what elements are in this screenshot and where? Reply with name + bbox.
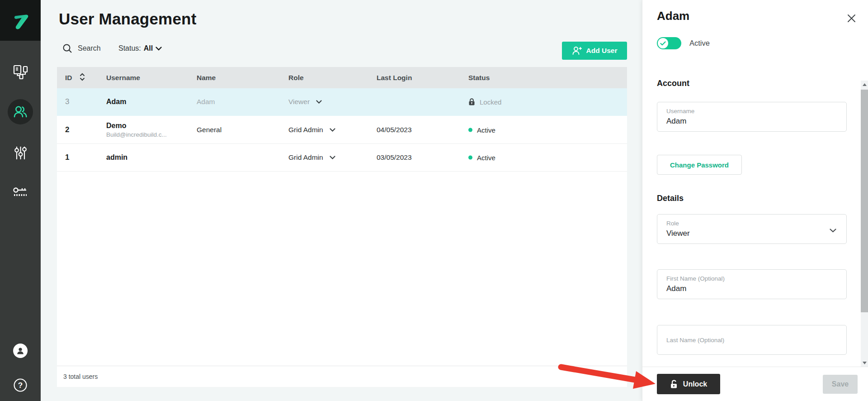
close-panel-button[interactable] (845, 12, 858, 24)
cell-id: 2 (65, 125, 69, 134)
column-header-name: Name (197, 74, 216, 82)
app-window: ? User Management Search Status: All (0, 0, 868, 401)
column-header-last-login: Last Login (377, 74, 412, 82)
scrollbar-down-arrow[interactable] (861, 359, 868, 367)
panel-title: Adam (657, 9, 689, 23)
avatar (13, 344, 28, 358)
user-detail-panel: Adam Active Account Username Adam Change… (642, 0, 868, 401)
add-user-label: Add User (586, 47, 618, 55)
cell-name: Adam (197, 98, 215, 106)
first-name-value: Adam (666, 284, 837, 293)
last-name-placeholder: Last Name (Optional) (666, 337, 724, 344)
chevron-down-icon (316, 100, 322, 104)
cell-status: Locked (468, 98, 501, 106)
user-email-text: Build@incredibuild.c... (106, 131, 167, 138)
unlock-icon (670, 380, 678, 388)
role-select[interactable]: Grid Admin (288, 153, 335, 162)
cell-last-login: 03/05/2023 (377, 153, 412, 162)
status-label: Active (477, 126, 495, 134)
sidebar-item-settings[interactable] (0, 138, 41, 168)
status-label: Active (477, 154, 495, 162)
active-toggle[interactable] (657, 37, 681, 49)
account-section-heading: Account (657, 79, 689, 88)
table-header-row: ID Username Name Role Last Login Status (57, 67, 627, 88)
active-status-dot (468, 128, 472, 132)
sliders-icon (13, 145, 28, 161)
toolbar: Search Status: All Add User (41, 40, 642, 62)
cell-username: Demo Build@incredibuild.c... (106, 122, 167, 138)
close-icon (847, 14, 856, 23)
search-placeholder: Search (78, 44, 101, 53)
sidebar-item-users[interactable] (0, 97, 41, 127)
sidebar: ? (0, 0, 41, 401)
sidebar-item-agents[interactable] (0, 57, 41, 87)
column-header-role: Role (288, 74, 304, 82)
username-field[interactable]: Username Adam (657, 102, 847, 132)
cell-status: Active (468, 154, 495, 162)
devices-icon (12, 64, 28, 80)
svg-text:?: ? (18, 381, 23, 390)
search-input[interactable]: Search (62, 43, 101, 53)
cell-name: General (197, 126, 222, 134)
sort-icon[interactable] (80, 73, 85, 83)
scrollbar-thumb[interactable] (861, 90, 868, 312)
role-field-label: Role (666, 220, 837, 227)
brand-logo[interactable] (0, 0, 41, 41)
panel-scrollbar[interactable] (861, 81, 868, 367)
username-field-value: Adam (666, 117, 837, 126)
search-icon (62, 43, 72, 53)
add-user-button[interactable]: Add User (562, 42, 627, 60)
active-toggle-label: Active (689, 39, 710, 48)
person-icon (16, 346, 25, 355)
active-toggle-row: Active (657, 37, 710, 49)
role-select[interactable]: Viewer (288, 98, 322, 106)
cell-id: 1 (65, 153, 69, 162)
first-name-field[interactable]: First Name (Optional) Adam (657, 269, 847, 299)
role-value: Viewer (288, 98, 310, 106)
scrollbar-up-arrow[interactable] (861, 81, 868, 88)
cell-last-login: 04/05/2023 (377, 126, 412, 134)
lock-icon (468, 98, 475, 106)
sidebar-item-account[interactable] (0, 336, 41, 366)
chevron-down-icon (156, 47, 162, 51)
role-value: Grid Admin (288, 153, 323, 162)
role-value: Grid Admin (288, 126, 323, 134)
column-header-username: Username (106, 74, 140, 82)
change-password-button[interactable]: Change Password (657, 155, 742, 175)
table-footer: 3 total users (57, 366, 627, 387)
last-name-field[interactable]: Last Name (Optional) (657, 325, 847, 355)
sidebar-item-help[interactable]: ? (0, 370, 41, 400)
save-button[interactable]: Save (823, 375, 858, 394)
sidebar-item-licenses[interactable] (0, 178, 41, 208)
users-table: ID Username Name Role Last Login Status … (57, 67, 627, 387)
username-field-label: Username (666, 108, 837, 115)
chevron-down-icon (330, 128, 335, 132)
role-dropdown[interactable]: Role Viewer (657, 214, 847, 244)
total-users-label: 3 total users (63, 373, 98, 380)
check-icon (660, 41, 666, 46)
role-select[interactable]: Grid Admin (288, 126, 335, 134)
table-row[interactable]: 3 Adam Adam Viewer Locked (57, 88, 627, 116)
status-filter-label: Status: (118, 44, 141, 53)
chevron-down-icon (830, 226, 836, 234)
unlock-label: Unlock (683, 380, 707, 388)
add-user-icon (572, 46, 582, 55)
details-section-heading: Details (657, 194, 684, 203)
key-icon (12, 185, 28, 201)
cell-id: 3 (65, 97, 69, 106)
unlock-button[interactable]: Unlock (657, 374, 720, 394)
status-filter-value: All (144, 44, 153, 53)
first-name-label: First Name (Optional) (666, 275, 837, 282)
main-content: User Management Search Status: All (41, 0, 642, 401)
table-row[interactable]: 2 Demo Build@incredibuild.c... General G… (57, 116, 627, 144)
username-text: Demo (106, 122, 167, 130)
status-label: Locked (480, 98, 501, 106)
table-row[interactable]: 1 admin Grid Admin 03/05/2023 Active (57, 144, 627, 172)
cell-username: admin (106, 153, 127, 162)
cell-status: Active (468, 126, 495, 134)
help-icon: ? (13, 377, 28, 393)
page-title: User Management (59, 10, 196, 28)
table-empty-area (57, 172, 627, 366)
column-header-id[interactable]: ID (65, 74, 72, 82)
status-filter-dropdown[interactable]: Status: All (118, 44, 162, 53)
